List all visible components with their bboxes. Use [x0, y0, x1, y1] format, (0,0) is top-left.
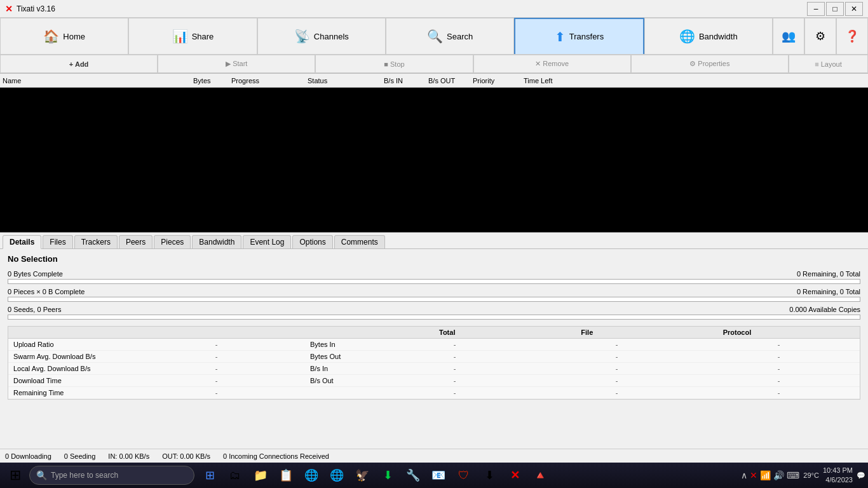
bytes-out-file: -	[536, 351, 698, 362]
explorer-icon: 📁	[254, 468, 268, 482]
taskbar-email[interactable]: 📋	[275, 464, 297, 487]
status-bar: 0 Downloading 0 Seeding IN: 0.00 KB/s OU…	[0, 449, 868, 463]
notification-icon[interactable]: 💬	[857, 471, 865, 480]
contacts-icon-button[interactable]: 👥	[773, 18, 804, 55]
upload-ratio-label: Upload Ratio	[8, 339, 135, 350]
properties-button[interactable]: ⚙ Properties	[631, 55, 789, 73]
swarm-dl-label: Swarm Avg. Download B/s	[8, 351, 135, 362]
keyboard-icon[interactable]: ⌨	[787, 470, 799, 480]
tab-bandwidth[interactable]: Bandwidth	[192, 235, 241, 248]
app2-icon: 🔧	[406, 468, 420, 482]
contacts-icon: 👥	[782, 29, 796, 43]
bytes-remaining-label: 0 Remaining, 0 Total	[797, 270, 860, 278]
col-priority-header[interactable]: Priority	[473, 77, 524, 85]
taskbar-view-button[interactable]: ⊞	[198, 464, 221, 487]
nav-search[interactable]: 🔍 Search	[386, 18, 514, 54]
col-bytes-header[interactable]: Bytes	[193, 77, 231, 85]
seeds-label: 0 Seeds, 0 Peers	[8, 306, 61, 313]
tab-peers[interactable]: Peers	[119, 235, 153, 248]
tabs-bar: Details Files Trackers Peers Pieces Band…	[0, 233, 868, 249]
bytes-in-label: Bytes In	[297, 339, 374, 350]
nav-transfers-label: Transfers	[569, 32, 604, 41]
bytes-progress-bar	[8, 279, 860, 284]
volume-icon[interactable]: 🔊	[773, 470, 784, 480]
no-selection-label: No Selection	[8, 254, 860, 264]
tab-eventlog[interactable]: Event Log	[243, 235, 291, 248]
minimize-button[interactable]: –	[807, 2, 825, 16]
taskbar-torrent[interactable]: ⬇	[376, 464, 399, 487]
remove-button-label: ✕ Remove	[535, 60, 569, 68]
col-timeleft-header[interactable]: Time Left	[524, 77, 587, 85]
start-button-taskbar[interactable]: ⊞	[3, 464, 28, 487]
stats-dash-col	[150, 327, 292, 338]
clock-date: 4/6/2023	[823, 475, 853, 485]
email-icon: 📋	[279, 468, 293, 482]
tab-options[interactable]: Options	[292, 235, 332, 248]
help-icon-button[interactable]: ❓	[836, 18, 868, 55]
stats-row-1: Swarm Avg. Download B/s - Bytes Out - - …	[8, 351, 860, 363]
transfer-area[interactable]	[0, 88, 868, 233]
seeds-copies-label: 0.000 Available Copies	[789, 306, 860, 313]
taskbar-email2[interactable]: 📧	[427, 464, 450, 487]
stats-file-header: File	[576, 327, 717, 338]
in-status: IN: 0.00 KB/s	[108, 452, 149, 460]
bytes-progress-labels: 0 Bytes Complete 0 Remaining, 0 Total	[8, 270, 860, 278]
remove-button[interactable]: ✕ Remove	[473, 55, 631, 73]
pieces-progress-bar	[8, 297, 860, 302]
help-icon: ❓	[845, 29, 859, 43]
nav-share[interactable]: 📊 Share	[128, 18, 257, 54]
taskbar-app2[interactable]: 🔧	[402, 464, 424, 487]
taskbar-tixati[interactable]: ✕	[503, 464, 526, 487]
col-progress-header[interactable]: Progress	[231, 77, 308, 85]
remaining-right-label	[297, 387, 374, 398]
tab-pieces[interactable]: Pieces	[154, 235, 191, 248]
title-bar-left: ✕ Tixati v3.16	[5, 4, 55, 14]
title-bar: ✕ Tixati v3.16 – □ ✕	[0, 0, 868, 18]
taskbar-download[interactable]: ⬇	[478, 464, 501, 487]
remaining-file: -	[536, 387, 698, 398]
tab-details[interactable]: Details	[3, 235, 41, 249]
nav-bar: 🏠 Home 📊 Share 📡 Channels 🔍 Search ⬆ Tra…	[0, 18, 868, 55]
stats-row-4: Remaining Time - - - -	[8, 387, 860, 399]
nav-transfers[interactable]: ⬆ Transfers	[514, 18, 644, 54]
taskbar-chrome2[interactable]: 🌐	[325, 464, 348, 487]
chevron-up-icon[interactable]: ∧	[741, 470, 747, 480]
nav-channels-label: Channels	[314, 32, 349, 41]
taskbar-app1[interactable]: 🦅	[351, 464, 374, 487]
stats-row-3: Download Time - B/s Out - - -	[8, 375, 860, 387]
col-name-header[interactable]: Name	[3, 77, 193, 85]
col-bsin-header[interactable]: B/s IN	[384, 77, 428, 85]
taskbar-cpu[interactable]: 🔺	[529, 464, 552, 487]
tixati-tray-icon[interactable]: ✕	[750, 470, 757, 480]
chrome2-icon: 🌐	[330, 468, 344, 482]
taskbar-right-area: ∧ ✕ 📶 🔊 ⌨ 29°C 10:43 PM 4/6/2023 💬	[741, 466, 865, 485]
connections-status: 0 Incoming Connections Received	[223, 452, 329, 460]
nav-bandwidth[interactable]: 🌐 Bandwidth	[644, 18, 773, 54]
stop-button[interactable]: ■ Stop	[315, 55, 473, 73]
taskbar-chrome[interactable]: 🌐	[300, 464, 323, 487]
tab-files[interactable]: Files	[43, 235, 72, 248]
start-button[interactable]: ▶ Start	[158, 55, 315, 73]
layout-button[interactable]: ≡ Layout	[789, 55, 868, 73]
bsin-total: -	[374, 363, 536, 374]
col-status-header[interactable]: Status	[308, 77, 384, 85]
view-icon: ⊞	[205, 468, 215, 482]
bytes-out-total: -	[374, 351, 536, 362]
nav-channels[interactable]: 📡 Channels	[257, 18, 386, 54]
taskbar-search-bar[interactable]: 🔍 Type here to search	[29, 466, 194, 485]
taskbar-clock[interactable]: 10:43 PM 4/6/2023	[823, 466, 853, 485]
settings-icon-button[interactable]: ⚙	[804, 18, 836, 55]
nav-home[interactable]: 🏠 Home	[0, 18, 128, 54]
tab-trackers[interactable]: Trackers	[74, 235, 118, 248]
search-icon: 🔍	[427, 29, 443, 44]
add-button[interactable]: + Add	[0, 55, 158, 73]
taskbar-explorer[interactable]: 📁	[249, 464, 272, 487]
taskbar-file-manager[interactable]: 🗂	[224, 464, 247, 487]
col-bsout-header[interactable]: B/s OUT	[428, 77, 473, 85]
close-button[interactable]: ✕	[845, 2, 863, 16]
nav-bandwidth-label: Bandwidth	[699, 32, 738, 41]
taskbar-shield[interactable]: 🛡	[452, 464, 475, 487]
maximize-button[interactable]: □	[826, 2, 844, 16]
network-icon[interactable]: 📶	[760, 470, 771, 480]
tab-comments[interactable]: Comments	[334, 235, 385, 248]
